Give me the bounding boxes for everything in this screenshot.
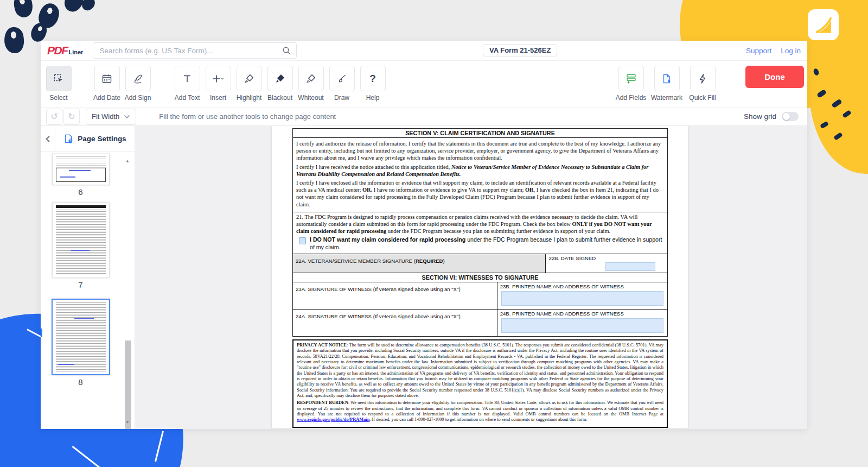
tool-help[interactable]: ? Help: [360, 66, 385, 102]
show-grid-toggle[interactable]: [782, 112, 799, 121]
undo-button[interactable]: ↺: [46, 109, 62, 125]
tool-label: Add Fields: [616, 94, 647, 102]
pramain-link[interactable]: www.reginfo.gov/public/do/PRAMain: [297, 417, 369, 422]
tool-whiteout[interactable]: Whiteout: [298, 66, 323, 102]
workspace: Page Settings 6: [41, 126, 807, 429]
header-links: Support Log in: [746, 47, 801, 55]
privacy-act-box: PRIVACY ACT NOTICE: The form will be use…: [292, 339, 668, 428]
page-number-label: 6: [41, 185, 120, 199]
field-24a-label: 24A. SIGNATURE OF WITNESS (If veteran si…: [296, 313, 461, 319]
scrollbar-thumb[interactable]: [125, 340, 131, 429]
pdfliner-app-window: PDF Liner VA Form 21-526EZ Support Log i…: [41, 41, 807, 429]
field-22b-label: 22B. DATE SIGNED: [548, 255, 665, 261]
search-icon[interactable]: [282, 46, 291, 55]
sidebar-header: Page Settings: [41, 126, 135, 152]
redo-button[interactable]: ↻: [63, 109, 80, 125]
witness-2-name-address-input[interactable]: [501, 318, 663, 333]
field-23a-label: 23A. SIGNATURE OF WITNESS (If veteran si…: [296, 286, 461, 292]
tool-draw[interactable]: Draw: [329, 66, 354, 102]
select-icon: [53, 73, 64, 84]
tool-quick-fill[interactable]: Quick Fill: [690, 66, 715, 102]
tool-add-text[interactable]: Add Text: [175, 66, 200, 102]
show-grid-control: Show grid: [744, 112, 799, 121]
page-thumbnail-6[interactable]: [52, 154, 110, 185]
support-link[interactable]: Support: [746, 47, 771, 55]
certification-paragraphs: I certify and authorize the release of i…: [293, 138, 667, 212]
date-signed-input[interactable]: [605, 262, 655, 271]
tool-insert[interactable]: Insert: [206, 66, 231, 102]
collapse-sidebar-button[interactable]: [41, 126, 55, 152]
page-settings-button[interactable]: Page Settings: [55, 126, 135, 152]
pdfliner-mark-icon: [814, 15, 833, 35]
page-number-label: 8: [41, 375, 120, 389]
pages-sidebar: Page Settings 6: [41, 126, 135, 429]
witness-1-name-address-input[interactable]: [501, 291, 663, 306]
toolbar: Select Add Date: [41, 61, 807, 108]
fdc-optout-checkbox[interactable]: [299, 237, 306, 244]
navy-blob: [79, 0, 98, 13]
zoom-mode-value: Fit Width: [92, 112, 119, 121]
thumbnail-link-mark: [74, 318, 94, 319]
tool-label: Add Text: [175, 94, 200, 102]
pdfliner-mark: [808, 9, 839, 40]
tool-blackout[interactable]: Blackout: [267, 66, 292, 102]
certify-paragraph-2: I certify I have received the notice att…: [296, 163, 664, 178]
field-23b-label: 23B. PRINTED NAME AND ADDRESS OF WITNESS: [500, 283, 665, 289]
scroll-down-arrow[interactable]: ▼: [125, 420, 130, 425]
section-v-box: SECTION V: CLAIM CERTIFICATION AND SIGNA…: [292, 128, 668, 337]
thumbnail-preview: [56, 210, 106, 275]
tool-add-sign[interactable]: Add Sign: [125, 66, 150, 102]
thumbnail-preview: [56, 302, 106, 371]
field-22b-date: 22B. DATE SIGNED: [546, 254, 667, 273]
tool-highlight[interactable]: Highlight: [237, 66, 261, 102]
search-input[interactable]: [98, 46, 282, 55]
search-box[interactable]: [93, 42, 297, 59]
text-icon: [182, 73, 193, 84]
highlight-brush-icon: [244, 73, 254, 84]
screen: PDF Liner VA Form 21-526EZ Support Log i…: [0, 0, 868, 467]
thumbnail-link-mark: [71, 250, 90, 251]
watermark-icon: [661, 73, 672, 84]
thumbnail-link-mark: [60, 176, 75, 178]
thumbnail-link-mark: [58, 364, 74, 365]
field-23b-name-address: 23B. PRINTED NAME AND ADDRESS OF WITNESS: [497, 282, 667, 309]
tool-label: Select: [49, 94, 67, 102]
field-24a-signature: 24A. SIGNATURE OF WITNESS (If veteran si…: [293, 310, 497, 336]
done-button[interactable]: Done: [745, 66, 804, 88]
login-link[interactable]: Log in: [781, 47, 801, 55]
pdf-page-8: SECTION V: CLAIM CERTIFICATION AND SIGNA…: [272, 126, 688, 428]
tool-label: Watermark: [651, 94, 682, 102]
redo-icon: ↻: [68, 111, 75, 122]
tool-label: Quick Fill: [689, 94, 716, 102]
tool-add-fields[interactable]: Add Fields: [618, 66, 643, 102]
thumbnail-list: 6 7 8 ▲: [41, 152, 135, 429]
pdfliner-logo[interactable]: PDF Liner: [47, 44, 83, 57]
certify-paragraph-3: I certify I have enclosed all the inform…: [296, 179, 664, 208]
section-vi-title: SECTION VI: WITNESSES TO SIGNATURE: [293, 273, 667, 282]
signature-pen-icon: [132, 73, 143, 84]
sidebar-scrollbar: ▲ ▼: [123, 152, 133, 429]
current-page-indicator: [41, 329, 42, 337]
top-header: PDF Liner VA Form 21-526EZ Support Log i…: [41, 41, 807, 61]
fdc-optout-text: I DO NOT want my claim considered for ra…: [310, 236, 664, 251]
certify-paragraph-1: I certify and authorize the release of i…: [296, 140, 664, 162]
tool-label: Add Date: [93, 94, 120, 102]
scroll-up-arrow[interactable]: ▲: [125, 159, 130, 163]
field-24b-name-address: 24B. PRINTED NAME AND ADDRESS OF WITNESS: [497, 310, 667, 336]
tool-select[interactable]: Select: [46, 66, 71, 102]
tool-watermark[interactable]: Watermark: [654, 66, 679, 102]
sub-toolbar: ↺ ↻ Fit Width Fill the form or use anoth…: [41, 108, 807, 126]
item-21-text: 21. The FDC Program is designed to rapid…: [296, 213, 664, 235]
tool-label: Highlight: [237, 94, 262, 102]
page-settings-icon: [63, 134, 74, 144]
zoom-mode-dropdown[interactable]: Fit Width: [86, 109, 136, 125]
lightning-icon: [697, 73, 708, 84]
tool-label: Blackout: [267, 94, 292, 102]
tool-label: Help: [366, 94, 380, 102]
tool-add-date[interactable]: Add Date: [94, 66, 119, 102]
field-24b-label: 24B. PRINTED NAME AND ADDRESS OF WITNESS: [500, 311, 665, 317]
page-thumbnail-8-selected[interactable]: [52, 299, 110, 375]
document-title-chip: VA Form 21-526EZ: [483, 44, 557, 56]
tool-label: Add Sign: [125, 94, 151, 102]
page-thumbnail-7[interactable]: [52, 203, 110, 278]
